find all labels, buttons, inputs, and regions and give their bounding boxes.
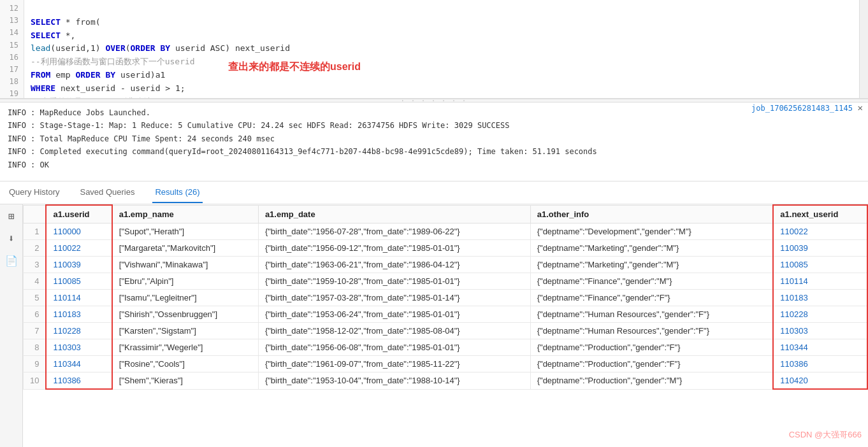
col-header-emp-name: a1.emp_name <box>112 205 259 223</box>
cell-emp-name: ["Shem","Kieras"] <box>112 372 259 390</box>
row-number: 3 <box>24 257 47 273</box>
table-row: 2110022["Margareta","Markovitch"]{"birth… <box>24 240 868 257</box>
results-table: a1.userid a1.emp_name a1.emp_date a1.oth… <box>23 204 868 390</box>
cell-emp-name: ["Supot","Herath"] <box>112 223 259 240</box>
cell-emp-date: {"birth_date":"1956-07-28","from_date":"… <box>258 223 530 240</box>
code-line: --利用偏移函数与窗口函数求下一个userid <box>31 55 853 69</box>
cell-other-info: {"deptname":"Finance","gender":"F"} <box>530 290 773 306</box>
grid-view-button[interactable]: ⊞ <box>6 208 17 224</box>
code-editor: 12 13 14 15 16 17 18 19 20 21 22 SELECT … <box>0 0 868 99</box>
cell-userid: 110022 <box>46 240 112 257</box>
download-button[interactable]: ⬇ <box>6 231 17 246</box>
log-line: INFO : Total MapReduce CPU Time Spent: 2… <box>8 132 860 145</box>
cell-emp-date: {"birth_date":"1957-03-28","from_date":"… <box>258 290 530 306</box>
row-number: 8 <box>24 339 47 356</box>
cell-emp-date: {"birth_date":"1963-06-21","from_date":"… <box>258 257 530 273</box>
col-header-emp-date: a1.emp_date <box>258 205 530 223</box>
cell-next-userid: 110420 <box>773 372 867 390</box>
cell-emp-name: ["Shirish","Ossenbruggen"] <box>112 306 259 323</box>
left-toolbar: ⊞ ⬇ 📄 <box>0 204 23 447</box>
tab-query-history[interactable]: Query History <box>6 182 62 203</box>
cell-userid: 110039 <box>46 257 112 273</box>
cell-userid: 110344 <box>46 356 112 372</box>
table-row: 4110085["Ebru","Alpin"]{"birth_date":"19… <box>24 273 868 290</box>
cell-emp-date: {"birth_date":"1958-12-02","from_date":"… <box>258 323 530 339</box>
cell-other-info: {"deptname":"Production","gender":"F"} <box>530 339 773 356</box>
results-layout: ⊞ ⬇ 📄 a1.userid a1.emp_name a1.emp_date … <box>0 204 868 447</box>
col-header-icon <box>24 205 47 223</box>
cell-emp-name: ["Isamu","Legleitner"] <box>112 290 259 306</box>
col-header-next-userid: a1.next_userid <box>773 205 867 223</box>
tab-results[interactable]: Results (26) <box>152 182 202 203</box>
cell-other-info: {"deptname":"Human Resources","gender":"… <box>530 323 773 339</box>
cell-other-info: {"deptname":"Marketing","gender":"M"} <box>530 257 773 273</box>
code-line: SELECT *, <box>31 29 853 43</box>
table-row: 6110183["Shirish","Ossenbruggen"]{"birth… <box>24 306 868 323</box>
cell-next-userid: 110386 <box>773 356 867 372</box>
table-row: 10110386["Shem","Kieras"]{"birth_date":"… <box>24 372 868 390</box>
tab-saved-queries[interactable]: Saved Queries <box>77 182 137 203</box>
code-line: SELECT * from( <box>31 16 853 29</box>
code-line: FROM emp ORDER BY userid)a1 <box>31 69 853 82</box>
log-line: INFO : OK <box>8 159 860 171</box>
tabs-bar: Query History Saved Queries Results (26) <box>0 181 868 204</box>
row-number: 10 <box>24 372 47 390</box>
log-line: INFO : Completed executing command(query… <box>8 145 860 158</box>
bottom-section: Query History Saved Queries Results (26)… <box>0 181 868 447</box>
cell-other-info: {"deptname":"Production","gender":"F"} <box>530 356 773 372</box>
job-link[interactable]: job_1706256281483_1145 <box>751 104 853 113</box>
cell-userid: 110114 <box>46 290 112 306</box>
cell-next-userid: 110114 <box>773 273 867 290</box>
code-line <box>31 3 853 16</box>
cell-next-userid: 110039 <box>773 240 867 257</box>
col-header-other-info: a1.other_info <box>530 205 773 223</box>
cell-userid: 110228 <box>46 323 112 339</box>
log-line: INFO : MapReduce Jobs Launched. <box>8 106 860 119</box>
cell-emp-date: {"birth_date":"1956-06-08","from_date":"… <box>258 339 530 356</box>
cell-emp-date: {"birth_date":"1953-06-24","from_date":"… <box>258 306 530 323</box>
row-number: 9 <box>24 356 47 372</box>
log-content: INFO : MapReduce Jobs Launched. INFO : S… <box>0 103 868 175</box>
cell-other-info: {"deptname":"Human Resources","gender":"… <box>530 306 773 323</box>
code-content[interactable]: SELECT * from( SELECT *, lead(userid,1) … <box>24 0 859 98</box>
row-number: 2 <box>24 240 47 257</box>
cell-emp-name: ["Krassimir","Wegerle"] <box>112 339 259 356</box>
cell-other-info: {"deptname":"Production","gender":"M"} <box>530 372 773 390</box>
cell-next-userid: 110344 <box>773 339 867 356</box>
cell-next-userid: 110022 <box>773 223 867 240</box>
cell-emp-date: {"birth_date":"1961-09-07","from_date":"… <box>258 356 530 372</box>
cell-emp-date: {"birth_date":"1956-09-12","from_date":"… <box>258 240 530 257</box>
code-line: --查看差值是否>1，>1则非连续 <box>31 96 853 98</box>
row-number: 6 <box>24 306 47 323</box>
scrollbar[interactable] <box>859 0 868 98</box>
cell-next-userid: 110183 <box>773 290 867 306</box>
cell-next-userid: 110228 <box>773 306 867 323</box>
row-number: 1 <box>24 223 47 240</box>
cell-emp-date: {"birth_date":"1959-10-28","from_date":"… <box>258 273 530 290</box>
table-row: 8110303["Krassimir","Wegerle"]{"birth_da… <box>24 339 868 356</box>
results-container[interactable]: a1.userid a1.emp_name a1.emp_date a1.oth… <box>23 204 868 447</box>
cell-other-info: {"deptname":"Marketing","gender":"M"} <box>530 240 773 257</box>
cell-emp-name: ["Karsten","Sigstam"] <box>112 323 259 339</box>
cell-userid: 110085 <box>46 273 112 290</box>
cell-userid: 110000 <box>46 223 112 240</box>
cell-emp-name: ["Vishwani","Minakawa"] <box>112 257 259 273</box>
code-line: lead(userid,1) OVER(ORDER BY userid ASC)… <box>31 42 853 55</box>
cell-emp-name: ["Margareta","Markovitch"] <box>112 240 259 257</box>
cell-userid: 110183 <box>46 306 112 323</box>
close-button[interactable]: ✕ <box>858 103 863 113</box>
cell-userid: 110386 <box>46 372 112 390</box>
row-number: 4 <box>24 273 47 290</box>
table-row: 3110039["Vishwani","Minakawa"]{"birth_da… <box>24 257 868 273</box>
cell-emp-name: ["Rosine","Cools"] <box>112 356 259 372</box>
page-button[interactable]: 📄 <box>3 253 20 269</box>
code-line: WHERE next_userid - userid > 1; <box>31 82 853 96</box>
line-numbers: 12 13 14 15 16 17 18 19 20 21 22 <box>0 0 24 98</box>
row-number: 7 <box>24 323 47 339</box>
col-header-userid: a1.userid <box>46 205 112 223</box>
cell-other-info: {"deptname":"Development","gender":"M"} <box>530 223 773 240</box>
cell-next-userid: 110303 <box>773 323 867 339</box>
table-row: 9110344["Rosine","Cools"]{"birth_date":"… <box>24 356 868 372</box>
log-line: INFO : Stage-Stage-1: Map: 1 Reduce: 5 C… <box>8 119 860 132</box>
log-section: · · · · · · · INFO : MapReduce Jobs Laun… <box>0 99 868 181</box>
